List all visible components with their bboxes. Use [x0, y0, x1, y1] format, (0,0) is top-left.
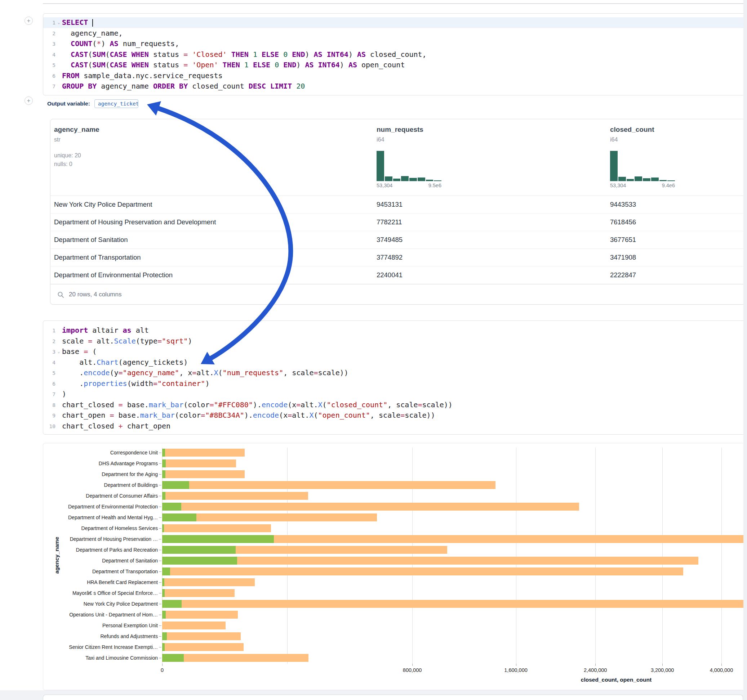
y-axis-label: DHS Advantage Programs: [43, 460, 158, 467]
code-line[interactable]: 7): [43, 389, 745, 400]
code-text: agency_name,: [62, 28, 123, 39]
y-axis-tick: [159, 658, 162, 658]
table-cell: Department of Transportation: [54, 253, 377, 261]
previous-cell-edge: [43, 3, 745, 4]
line-number: 5: [45, 60, 56, 71]
y-axis-label: Department of Homeless Services: [43, 525, 158, 531]
gutter-spacer: [56, 71, 62, 81]
histogram-bar: [401, 176, 409, 181]
bar-closed: [162, 567, 683, 575]
histogram-closed-count: [610, 151, 675, 181]
bar-closed: [162, 611, 238, 619]
code-line[interactable]: 4 CAST(SUM(CASE WHEN status = 'Closed' T…: [43, 49, 745, 60]
code-line[interactable]: 3⌄base = (: [43, 346, 745, 357]
y-axis-label: Mayorâ€ s Office of Special Enforce…: [43, 590, 158, 596]
gutter-spacer: [56, 368, 62, 379]
code-text: GROUP BY agency_name ORDER BY closed_cou…: [62, 81, 305, 92]
gridline: [721, 448, 722, 664]
histogram-num-requests: [377, 151, 442, 181]
column-header-agency-name[interactable]: agency_name: [54, 126, 100, 134]
code-text: .properties(width="container"): [62, 379, 209, 389]
column-type: str: [54, 136, 60, 143]
bar-open: [162, 578, 164, 586]
code-line[interactable]: 4 alt.Chart(agency_tickets): [43, 357, 745, 368]
code-line[interactable]: 8chart_closed = base.mark_bar(color="#FF…: [43, 400, 745, 410]
gutter-spacer: [56, 325, 62, 336]
bar-open: [162, 567, 170, 575]
chart-cell: closed_count, open_count agency_name 080…: [43, 443, 745, 690]
bar-closed: [162, 470, 245, 478]
code-line[interactable]: 9chart_open = base.mark_bar(color="#8BC3…: [43, 410, 745, 421]
y-axis-tick: [159, 615, 162, 615]
histogram-bar: [409, 178, 417, 181]
line-number: 7: [45, 81, 56, 92]
gutter-spacer: [56, 410, 62, 421]
y-axis-tick: [159, 528, 162, 529]
bar-closed: [162, 578, 255, 586]
code-text: chart_closed = base.mark_bar(color="#FFC…: [62, 400, 452, 410]
column-header-closed-count[interactable]: closed_count: [610, 126, 654, 134]
table-row[interactable]: Department of Environmental Protection22…: [50, 267, 745, 284]
bar-open: [162, 459, 166, 468]
table-cell: Department of Sanitation: [54, 236, 377, 244]
gutter-spacer: [56, 421, 62, 432]
gutter-spacer: [56, 60, 62, 71]
line-number: 4: [45, 49, 56, 60]
column-type: i64: [610, 136, 618, 143]
bar-closed: [162, 503, 579, 511]
bar-open: [162, 535, 274, 543]
y-axis-tick: [159, 550, 162, 550]
code-text: alt.Chart(agency_tickets): [62, 357, 188, 368]
gutter-spacer: [56, 81, 62, 92]
code-line[interactable]: 1import altair as alt: [43, 325, 745, 336]
bar-closed: [162, 622, 225, 629]
bar-open: [162, 481, 189, 489]
code-line[interactable]: 7GROUP BY agency_name ORDER BY closed_co…: [43, 81, 745, 92]
line-number: 8: [45, 400, 56, 410]
code-text: scale = alt.Scale(type="sqrt"): [62, 336, 192, 347]
line-number: 2: [45, 336, 56, 347]
row-count-label: 20 rows, 4 columns: [69, 291, 121, 298]
search-icon[interactable]: [57, 291, 64, 298]
table-row[interactable]: Department of Sanitation37494853677651: [50, 231, 745, 249]
column-header-num-requests[interactable]: num_requests: [377, 126, 423, 134]
y-axis-label: Department of Buildings: [43, 482, 158, 488]
column-stat-unique: unique: 20: [54, 152, 81, 159]
bar-open: [162, 470, 165, 478]
y-axis-label: Taxi and Limousine Commission: [43, 655, 158, 661]
gridline: [412, 448, 413, 664]
collapse-chevron-icon: ⌄: [56, 17, 62, 28]
scrollbar-gutter[interactable]: [743, 0, 747, 700]
table-row[interactable]: Department of Transportation377489234719…: [50, 249, 745, 267]
add-cell-button-top[interactable]: +: [24, 17, 33, 25]
y-axis-tick: [159, 647, 162, 647]
code-line[interactable]: 2 agency_name,: [43, 28, 745, 39]
code-line[interactable]: 2scale = alt.Scale(type="sqrt"): [43, 336, 745, 347]
bar-open: [162, 503, 181, 511]
histogram-bar: [377, 151, 384, 181]
code-line[interactable]: 10chart_closed + chart_open: [43, 421, 745, 432]
code-line[interactable]: 5 CAST(SUM(CASE WHEN status = 'Open' THE…: [43, 60, 745, 71]
add-cell-button-output[interactable]: +: [24, 97, 33, 105]
code-line[interactable]: 6FROM sample_data.nyc.service_requests: [43, 71, 745, 81]
line-number: 5: [45, 368, 56, 379]
table-row[interactable]: Department of Housing Preservation and D…: [50, 214, 745, 231]
output-variable-pill[interactable]: agency_tickets: [94, 100, 138, 108]
line-number: 10: [45, 421, 56, 432]
python-editor[interactable]: 1import altair as alt2scale = alt.Scale(…: [43, 320, 745, 434]
code-line[interactable]: 3 COUNT(*) AS num_requests,: [43, 39, 745, 49]
table-cell: 3749485: [377, 236, 610, 244]
y-axis-tick: [159, 593, 162, 593]
table-cell: New York City Police Department: [54, 201, 377, 208]
code-line[interactable]: 1⌄SELECT: [43, 17, 745, 28]
bar-open: [162, 513, 197, 521]
x-axis-label: 2,400,000: [584, 667, 607, 673]
y-axis-label: Personal Exemption Unit: [43, 622, 158, 629]
code-line[interactable]: 5 .encode(y="agency_name", x=alt.X("num_…: [43, 368, 745, 379]
gutter-spacer: [56, 336, 62, 347]
table-row[interactable]: New York City Police Department945313194…: [50, 196, 745, 214]
sql-editor[interactable]: 1⌄SELECT 2 agency_name,3 COUNT(*) AS num…: [43, 13, 745, 95]
code-line[interactable]: 6 .properties(width="container"): [43, 379, 745, 389]
table-cell: Department of Environmental Protection: [54, 271, 377, 279]
code-text: chart_open = base.mark_bar(color="#8BC34…: [62, 410, 435, 421]
